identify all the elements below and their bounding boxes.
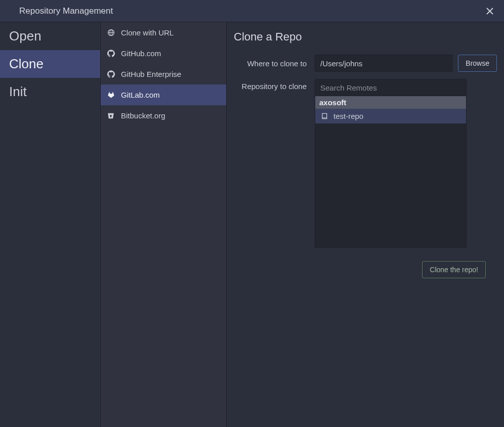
repo-group-header: axosoft: [315, 96, 466, 109]
repo-list-item[interactable]: test-repo: [315, 109, 466, 123]
repo-listbox[interactable]: axosoft test-repo: [315, 96, 467, 248]
source-github[interactable]: GitHub.com: [101, 43, 226, 64]
source-gitlab[interactable]: GitLab.com: [101, 84, 226, 105]
tab-open[interactable]: Open: [0, 22, 100, 50]
close-icon: [486, 8, 493, 15]
github-icon: [107, 50, 115, 58]
window-title: Repository Management: [7, 6, 113, 16]
action-row: Clone the repo!: [234, 261, 497, 278]
github-icon: [107, 70, 115, 78]
gitlab-icon: [107, 91, 115, 99]
repo-list-column: axosoft test-repo: [315, 79, 467, 248]
clone-panel: Clone a Repo Where to clone to Browse Re…: [227, 22, 504, 427]
globe-icon: [107, 29, 115, 37]
left-panel: Open Clone Init: [0, 22, 101, 427]
where-to-clone-label: Where to clone to: [234, 59, 315, 68]
book-icon: [320, 112, 328, 120]
clone-repo-button[interactable]: Clone the repo!: [422, 261, 486, 278]
repo-to-clone-label: Repository to clone: [234, 79, 315, 91]
clone-path-input[interactable]: [315, 55, 453, 72]
title-bar: Repository Management: [0, 0, 504, 22]
close-button[interactable]: [484, 5, 496, 17]
main-layout: Open Clone Init Clone with URL GitHub.co…: [0, 22, 504, 427]
source-label: GitHub.com: [121, 49, 161, 58]
source-label: GitHub Enterprise: [121, 70, 181, 78]
tab-init[interactable]: Init: [0, 78, 100, 106]
source-clone-url[interactable]: Clone with URL: [101, 22, 226, 43]
repo-to-clone-row: Repository to clone axosoft test-repo: [234, 79, 497, 248]
browse-button[interactable]: Browse: [458, 55, 497, 72]
source-label: GitLab.com: [121, 91, 160, 99]
source-bitbucket[interactable]: Bitbucket.org: [101, 105, 226, 126]
panel-heading: Clone a Repo: [234, 30, 497, 44]
tab-clone[interactable]: Clone: [0, 50, 100, 78]
source-github-enterprise[interactable]: GitHub Enterprise: [101, 64, 226, 84]
search-remotes-input[interactable]: [315, 79, 467, 96]
bitbucket-icon: [107, 112, 115, 120]
source-panel: Clone with URL GitHub.com GitHub Enterpr…: [101, 22, 227, 427]
source-label: Bitbucket.org: [121, 111, 165, 120]
source-label: Clone with URL: [121, 28, 174, 37]
where-to-clone-row: Where to clone to Browse: [234, 55, 497, 72]
repo-name: test-repo: [333, 112, 363, 120]
